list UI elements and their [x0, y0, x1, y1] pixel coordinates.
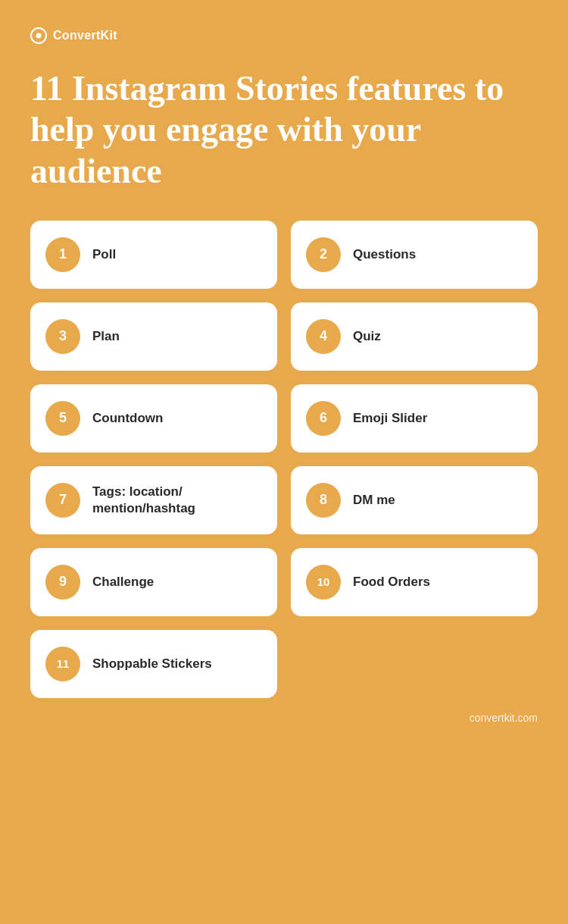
number-badge-8: 8 — [306, 483, 341, 518]
card-label-questions: Questions — [353, 246, 416, 263]
number-badge-1: 1 — [45, 237, 80, 272]
list-item: 4 Quiz — [291, 302, 538, 371]
card-label-shoppable-stickers: Shoppable Stickers — [92, 656, 212, 672]
footer-row: convertkit.com — [30, 712, 538, 724]
card-label-food-orders: Food Orders — [353, 574, 430, 590]
list-item: 11 Shoppable Stickers — [30, 630, 277, 698]
list-item: 6 Emoji Slider — [291, 384, 538, 453]
number-badge-7: 7 — [45, 483, 80, 518]
list-item: 5 Countdown — [30, 384, 277, 453]
list-item: 2 Questions — [291, 221, 538, 289]
svg-point-1 — [36, 33, 42, 39]
number-badge-6: 6 — [306, 401, 341, 436]
list-item: 3 Plan — [30, 302, 277, 371]
number-badge-3: 3 — [45, 319, 80, 354]
main-title: 11 Instagram Stories features to help yo… — [30, 68, 538, 192]
card-label-challenge: Challenge — [92, 574, 154, 590]
list-item: 9 Challenge — [30, 548, 277, 616]
number-badge-4: 4 — [306, 319, 341, 354]
page-wrapper: ConvertKit 11 Instagram Stories features… — [0, 0, 568, 924]
footer-url: convertkit.com — [470, 712, 538, 724]
convertkit-logo-icon — [30, 27, 47, 44]
logo-text: ConvertKit — [53, 29, 117, 42]
card-label-poll: Poll — [92, 246, 116, 263]
number-badge-5: 5 — [45, 401, 80, 436]
list-item: 1 Poll — [30, 221, 277, 289]
card-label-plan: Plan — [92, 328, 120, 345]
logo-row: ConvertKit — [30, 27, 538, 44]
number-badge-10: 10 — [306, 565, 341, 600]
number-badge-2: 2 — [306, 237, 341, 272]
number-badge-11: 11 — [45, 647, 80, 681]
feature-grid: 1 Poll 2 Questions 3 Plan 4 Quiz 5 — [30, 221, 538, 698]
card-label-tags: Tags: location/ mention/hashtag — [92, 484, 195, 517]
number-badge-9: 9 — [45, 565, 80, 600]
list-item: 7 Tags: location/ mention/hashtag — [30, 466, 277, 534]
list-item: 10 Food Orders — [291, 548, 538, 616]
card-label-countdown: Countdown — [92, 410, 163, 427]
list-item: 8 DM me — [291, 466, 538, 534]
card-label-emoji-slider: Emoji Slider — [353, 410, 427, 427]
card-label-quiz: Quiz — [353, 328, 381, 345]
card-label-dm-me: DM me — [353, 492, 395, 509]
